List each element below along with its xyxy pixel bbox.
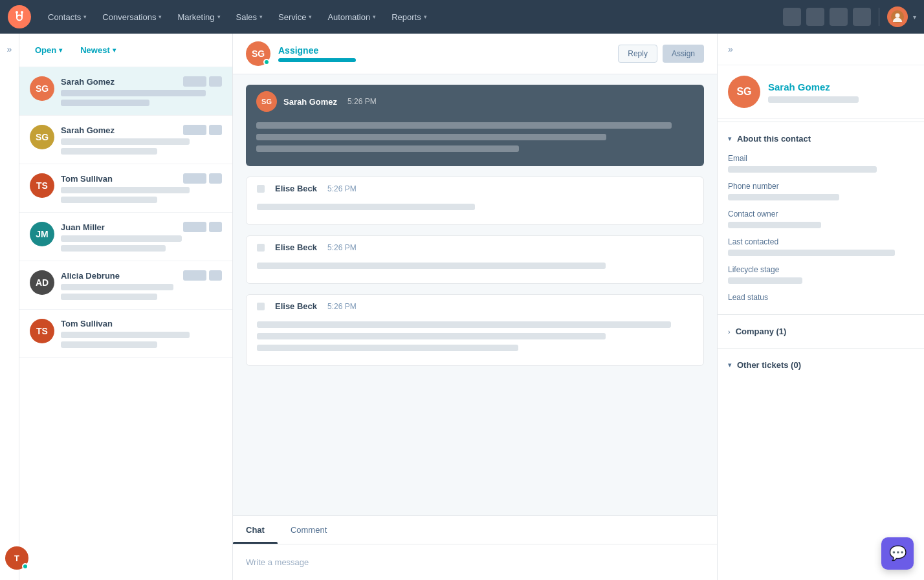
conv-badge [183, 222, 206, 232]
contact-name: Juan Miller [61, 222, 105, 232]
conv-preview-line2 [61, 294, 157, 300]
avatar: TS [30, 173, 54, 198]
msg-time: 5:26 PM [327, 184, 357, 193]
nav-icon-btn-1[interactable] [783, 8, 801, 26]
conv-item[interactable]: SG Sarah Gomez [19, 67, 232, 116]
msg-time: 5:26 PM [327, 302, 357, 311]
user-menu-chevron-icon[interactable]: ▾ [913, 14, 916, 21]
nav-icon-btn-3[interactable] [830, 8, 848, 26]
avatar: JM [30, 222, 54, 246]
conv-preview-line1 [61, 187, 190, 193]
contact-name: Sarah Gomez [768, 81, 859, 92]
lifecycle-value [728, 277, 802, 284]
sales-chevron-icon: ▾ [259, 14, 263, 20]
nav-sales[interactable]: Sales ▾ [230, 8, 270, 26]
open-filter-chevron-icon: ▾ [59, 47, 62, 54]
conv-badge [183, 76, 206, 87]
assign-button[interactable]: Assign [663, 45, 704, 63]
tab-comment[interactable]: Comment [278, 516, 340, 544]
chat-header-actions: Reply Assign [618, 45, 704, 63]
message-bubble: Elise Beck 5:26 PM [246, 235, 704, 284]
company-chevron-icon: › [728, 328, 731, 336]
owner-value [728, 222, 821, 228]
contact-name: Tom Sullivan [61, 319, 113, 328]
message-input[interactable]: Write a message [233, 544, 717, 580]
nav-user-avatar[interactable] [887, 6, 908, 27]
message-bubble: Elise Beck 5:26 PM [246, 177, 704, 225]
email-value [728, 166, 877, 173]
tab-chat[interactable]: Chat [233, 516, 278, 544]
owner-label: Contact owner [728, 209, 914, 219]
svg-point-2 [21, 11, 23, 14]
conv-preview-line1 [61, 235, 182, 242]
lead-status-label: Lead status [728, 293, 914, 302]
about-section-title: About this contact [737, 134, 811, 144]
nav-reports[interactable]: Reports ▾ [385, 8, 434, 26]
conv-item[interactable]: SG Sarah Gomez [19, 116, 232, 164]
conv-badge [183, 125, 206, 135]
newest-filter-button[interactable]: Newest ▾ [75, 43, 121, 58]
conv-item[interactable]: TS Tom Sullivan [19, 310, 232, 358]
chat-float-button[interactable]: 💬 [881, 537, 914, 570]
conv-preview-line1 [61, 284, 173, 290]
tickets-section-header[interactable]: ▾ Other tickets (0) [718, 351, 924, 379]
conv-badge-sm [209, 270, 222, 281]
chat-contact-avatar: SG [246, 41, 270, 66]
msg-avatar: SG [256, 91, 277, 112]
conv-preview-line2 [61, 100, 149, 106]
conv-badge-sm [209, 76, 222, 87]
nav-icon-btn-2[interactable] [806, 8, 824, 26]
nav-contacts[interactable]: Contacts ▾ [41, 8, 93, 26]
nav-conversations[interactable]: Conversations ▾ [96, 8, 168, 26]
top-navigation: Contacts ▾ Conversations ▾ Marketing ▾ S… [0, 0, 924, 34]
reply-button[interactable]: Reply [618, 45, 657, 63]
msg-sender-name: Elise Beck [275, 184, 317, 193]
bottom-user-status-dot [22, 563, 28, 570]
msg-sender-name: Sarah Gomez [283, 97, 337, 107]
messages-area: SG Sarah Gomez 5:26 PM Elise Beck 5:26 P… [233, 74, 717, 515]
about-chevron-icon: ▾ [728, 134, 732, 143]
conv-preview-line2 [61, 245, 166, 252]
nav-right-actions: ▾ [783, 6, 916, 27]
nav-service[interactable]: Service ▾ [272, 8, 318, 26]
svg-point-1 [16, 11, 18, 14]
conv-badge [183, 173, 206, 184]
left-sidebar-toggle[interactable]: » [0, 34, 19, 580]
collapse-icon: » [7, 44, 12, 54]
about-section-header[interactable]: ▾ About this contact [718, 125, 924, 150]
chat-tabs: Chat Comment [233, 516, 717, 544]
msg-sender-name: Elise Beck [275, 242, 317, 252]
open-filter-button[interactable]: Open ▾ [30, 43, 67, 58]
contact-name: Tom Sullivan [61, 174, 113, 184]
nav-automation[interactable]: Automation ▾ [321, 8, 382, 26]
nav-marketing[interactable]: Marketing ▾ [171, 8, 226, 26]
conv-item[interactable]: AD Alicia Debrune [19, 261, 232, 310]
message-bubble: SG Sarah Gomez 5:26 PM [246, 85, 704, 166]
marketing-chevron-icon: ▾ [217, 14, 221, 20]
right-panel-toggle[interactable]: » [718, 34, 924, 65]
conv-preview-line1 [61, 90, 206, 96]
right-panel: » SG Sarah Gomez ▾ About this contact Em… [717, 34, 924, 580]
conv-badge-sm [209, 125, 222, 135]
company-section-title: Company (1) [736, 327, 787, 336]
conv-item[interactable]: TS Tom Sullivan [19, 164, 232, 213]
phone-value [728, 194, 839, 200]
conv-badge-sm [209, 173, 222, 184]
conv-preview-line1 [61, 332, 190, 338]
company-section-header[interactable]: › Company (1) [718, 317, 924, 345]
conv-preview-line2 [61, 148, 157, 155]
avatar: SG [30, 76, 54, 101]
message-bubble: Elise Beck 5:26 PM [246, 294, 704, 366]
reports-chevron-icon: ▾ [424, 14, 427, 20]
lifecycle-label: Lifecycle stage [728, 265, 914, 274]
hubspot-logo[interactable] [8, 5, 31, 28]
chat-float-icon: 💬 [889, 545, 907, 562]
conv-item[interactable]: JM Juan Miller [19, 213, 232, 261]
nav-icon-btn-4[interactable] [853, 8, 871, 26]
msg-checkbox [257, 185, 265, 193]
conversation-items: SG Sarah Gomez SG [19, 67, 232, 580]
conv-badge-sm [209, 222, 222, 232]
svg-point-0 [8, 5, 31, 28]
contact-name: Sarah Gomez [61, 77, 115, 87]
bottom-user-avatar[interactable]: T [5, 546, 28, 570]
